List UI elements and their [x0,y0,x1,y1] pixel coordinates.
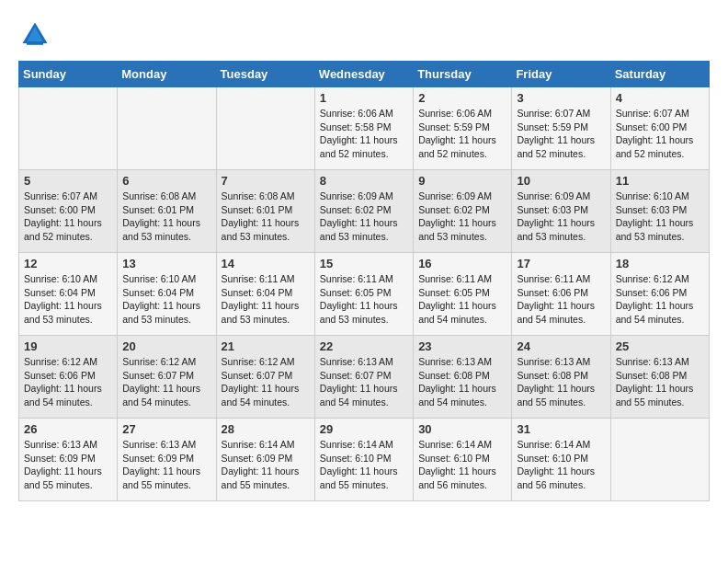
day-number: 19 [24,339,112,353]
day-detail: Sunrise: 6:11 AM Sunset: 6:06 PM Dayligh… [517,272,605,327]
day-detail: Sunrise: 6:07 AM Sunset: 6:00 PM Dayligh… [24,190,112,244]
day-detail: Sunrise: 6:12 AM Sunset: 6:07 PM Dayligh… [222,355,310,409]
weekday-header: Friday [512,62,610,87]
calendar-cell: 10Sunrise: 6:09 AM Sunset: 6:03 PM Dayli… [512,170,610,253]
calendar-cell: 5Sunrise: 6:07 AM Sunset: 6:00 PM Daylig… [19,170,118,253]
calendar-cell: 11Sunrise: 6:10 AM Sunset: 6:03 PM Dayli… [610,170,709,253]
logo [18,18,57,52]
calendar-table: SundayMondayTuesdayWednesdayThursdayFrid… [18,61,710,501]
calendar-week-row: 1Sunrise: 6:06 AM Sunset: 5:58 PM Daylig… [19,87,710,170]
day-detail: Sunrise: 6:06 AM Sunset: 5:59 PM Dayligh… [418,107,506,161]
calendar-cell: 22Sunrise: 6:13 AM Sunset: 6:07 PM Dayli… [314,336,413,419]
calendar-cell: 26Sunrise: 6:13 AM Sunset: 6:09 PM Dayli… [19,419,118,501]
day-detail: Sunrise: 6:07 AM Sunset: 6:00 PM Dayligh… [616,107,704,161]
day-number: 25 [616,339,704,353]
calendar-cell: 16Sunrise: 6:11 AM Sunset: 6:05 PM Dayli… [414,253,512,336]
calendar-cell: 4Sunrise: 6:07 AM Sunset: 6:00 PM Daylig… [610,87,709,170]
day-number: 9 [418,174,506,188]
day-detail: Sunrise: 6:13 AM Sunset: 6:09 PM Dayligh… [24,438,112,492]
calendar-cell: 31Sunrise: 6:14 AM Sunset: 6:10 PM Dayli… [512,419,610,501]
day-number: 15 [320,257,408,270]
calendar-cell: 9Sunrise: 6:09 AM Sunset: 6:02 PM Daylig… [414,170,512,253]
day-number: 7 [222,174,310,188]
day-number: 31 [517,422,605,436]
day-detail: Sunrise: 6:14 AM Sunset: 6:09 PM Dayligh… [222,438,310,492]
calendar-cell: 2Sunrise: 6:06 AM Sunset: 5:59 PM Daylig… [414,87,512,170]
day-number: 26 [24,422,112,436]
calendar-cell: 28Sunrise: 6:14 AM Sunset: 6:09 PM Dayli… [216,419,314,501]
calendar-cell: 12Sunrise: 6:10 AM Sunset: 6:04 PM Dayli… [19,253,118,336]
day-number: 11 [616,174,704,188]
day-detail: Sunrise: 6:13 AM Sunset: 6:08 PM Dayligh… [616,355,704,409]
calendar-cell: 8Sunrise: 6:09 AM Sunset: 6:02 PM Daylig… [314,170,413,253]
calendar-cell: 24Sunrise: 6:13 AM Sunset: 6:08 PM Dayli… [512,336,610,419]
calendar-cell: 6Sunrise: 6:08 AM Sunset: 6:01 PM Daylig… [118,170,216,253]
calendar-cell: 3Sunrise: 6:07 AM Sunset: 5:59 PM Daylig… [512,87,610,170]
calendar-cell: 15Sunrise: 6:11 AM Sunset: 6:05 PM Dayli… [314,253,413,336]
weekday-header: Thursday [414,62,512,87]
day-detail: Sunrise: 6:12 AM Sunset: 6:06 PM Dayligh… [616,272,704,327]
calendar-week-row: 12Sunrise: 6:10 AM Sunset: 6:04 PM Dayli… [19,253,710,336]
day-detail: Sunrise: 6:09 AM Sunset: 6:02 PM Dayligh… [418,190,506,244]
calendar-cell: 19Sunrise: 6:12 AM Sunset: 6:06 PM Dayli… [19,336,118,419]
day-number: 23 [418,339,506,353]
day-number: 16 [418,257,506,270]
day-number: 1 [320,91,408,105]
day-number: 29 [320,422,408,436]
day-number: 8 [320,174,408,188]
calendar-cell: 7Sunrise: 6:08 AM Sunset: 6:01 PM Daylig… [216,170,314,253]
day-detail: Sunrise: 6:14 AM Sunset: 6:10 PM Dayligh… [517,438,605,492]
day-number: 17 [517,257,605,270]
header [18,18,710,52]
day-detail: Sunrise: 6:13 AM Sunset: 6:07 PM Dayligh… [320,355,408,409]
calendar-cell: 30Sunrise: 6:14 AM Sunset: 6:10 PM Dayli… [414,419,512,501]
day-detail: Sunrise: 6:09 AM Sunset: 6:03 PM Dayligh… [517,190,605,244]
calendar-cell [610,419,709,501]
calendar-cell: 21Sunrise: 6:12 AM Sunset: 6:07 PM Dayli… [216,336,314,419]
calendar-cell: 20Sunrise: 6:12 AM Sunset: 6:07 PM Dayli… [118,336,216,419]
calendar-cell [19,87,118,170]
calendar-cell: 25Sunrise: 6:13 AM Sunset: 6:08 PM Dayli… [610,336,709,419]
weekday-header: Saturday [610,62,709,87]
day-number: 18 [616,257,704,270]
day-number: 6 [122,174,210,188]
day-number: 20 [122,339,210,353]
day-detail: Sunrise: 6:07 AM Sunset: 5:59 PM Dayligh… [517,107,605,161]
day-number: 13 [122,257,210,270]
day-number: 22 [320,339,408,353]
calendar-cell [118,87,216,170]
day-detail: Sunrise: 6:14 AM Sunset: 6:10 PM Dayligh… [320,438,408,492]
day-number: 14 [222,257,310,270]
day-number: 3 [517,91,605,105]
day-detail: Sunrise: 6:11 AM Sunset: 6:05 PM Dayligh… [418,272,506,327]
day-number: 28 [222,422,310,436]
day-detail: Sunrise: 6:13 AM Sunset: 6:09 PM Dayligh… [122,438,210,492]
day-number: 24 [517,339,605,353]
day-detail: Sunrise: 6:11 AM Sunset: 6:05 PM Dayligh… [320,272,408,327]
calendar-cell: 27Sunrise: 6:13 AM Sunset: 6:09 PM Dayli… [118,419,216,501]
calendar-cell: 23Sunrise: 6:13 AM Sunset: 6:08 PM Dayli… [414,336,512,419]
day-number: 10 [517,174,605,188]
calendar-cell: 1Sunrise: 6:06 AM Sunset: 5:58 PM Daylig… [314,87,413,170]
svg-rect-2 [27,41,43,45]
calendar-cell: 13Sunrise: 6:10 AM Sunset: 6:04 PM Dayli… [118,253,216,336]
weekday-header: Tuesday [216,62,314,87]
day-detail: Sunrise: 6:14 AM Sunset: 6:10 PM Dayligh… [418,438,506,492]
day-detail: Sunrise: 6:08 AM Sunset: 6:01 PM Dayligh… [222,190,310,244]
day-detail: Sunrise: 6:10 AM Sunset: 6:03 PM Dayligh… [616,190,704,244]
calendar-cell [216,87,314,170]
day-number: 12 [24,257,112,270]
day-detail: Sunrise: 6:10 AM Sunset: 6:04 PM Dayligh… [122,272,210,327]
day-detail: Sunrise: 6:13 AM Sunset: 6:08 PM Dayligh… [418,355,506,409]
calendar-cell: 17Sunrise: 6:11 AM Sunset: 6:06 PM Dayli… [512,253,610,336]
calendar-cell: 18Sunrise: 6:12 AM Sunset: 6:06 PM Dayli… [610,253,709,336]
day-detail: Sunrise: 6:12 AM Sunset: 6:07 PM Dayligh… [122,355,210,409]
logo-icon [18,18,51,52]
day-detail: Sunrise: 6:10 AM Sunset: 6:04 PM Dayligh… [24,272,112,327]
weekday-header: Wednesday [314,62,413,87]
day-detail: Sunrise: 6:06 AM Sunset: 5:58 PM Dayligh… [320,107,408,161]
calendar-week-row: 19Sunrise: 6:12 AM Sunset: 6:06 PM Dayli… [19,336,710,419]
day-number: 2 [418,91,506,105]
calendar-week-row: 5Sunrise: 6:07 AM Sunset: 6:00 PM Daylig… [19,170,710,253]
day-detail: Sunrise: 6:09 AM Sunset: 6:02 PM Dayligh… [320,190,408,244]
